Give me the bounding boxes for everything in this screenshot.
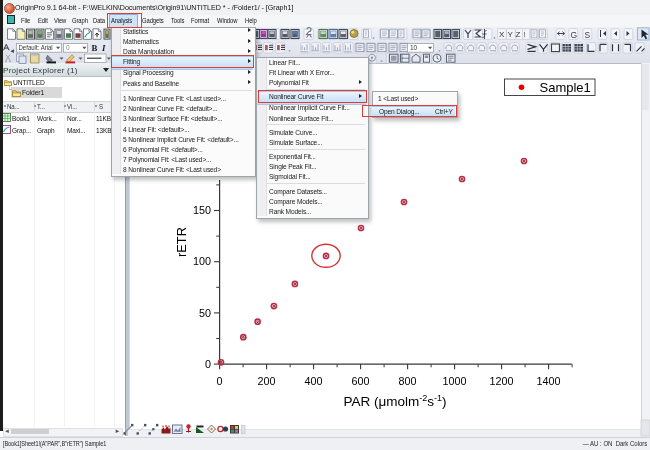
svg-text:Sample1: Sample1 (540, 80, 591, 95)
svg-text:50: 50 (199, 307, 211, 319)
svg-text:1400: 1400 (537, 375, 561, 387)
svg-text:800: 800 (399, 375, 417, 387)
svg-text:0: 0 (217, 375, 223, 387)
svg-text:rETR: rETR (174, 227, 189, 257)
svg-text:PAR (μmolm-2s-1): PAR (μmolm-2s-1) (343, 393, 446, 409)
svg-text:100: 100 (193, 255, 211, 267)
svg-text:1200: 1200 (490, 375, 514, 387)
svg-text:1000: 1000 (443, 375, 467, 387)
svg-text:600: 600 (352, 375, 370, 387)
svg-text:150: 150 (193, 204, 211, 216)
svg-text:200: 200 (258, 375, 276, 387)
svg-text:0: 0 (205, 358, 211, 370)
svg-text:400: 400 (305, 375, 323, 387)
